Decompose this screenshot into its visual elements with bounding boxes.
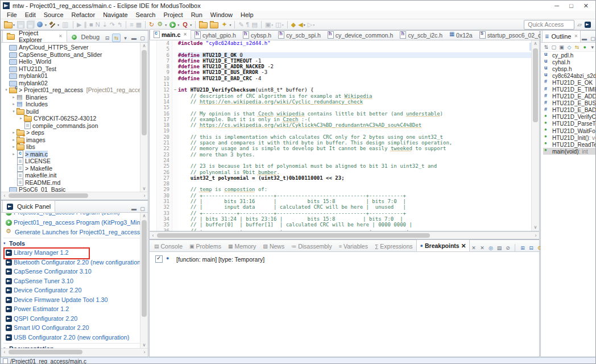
project-explorer-vertical-scrollbar[interactable]: ∧ ∨ bbox=[140, 43, 148, 192]
console-tab-console[interactable]: ▤Console bbox=[151, 241, 186, 251]
code-text[interactable]: // memory usage and is simple to develop… bbox=[178, 146, 532, 151]
scroll-right-icon[interactable]: › bbox=[532, 232, 539, 239]
breakpoint-checkbox[interactable] bbox=[155, 255, 163, 263]
menu-refactor[interactable]: Refactor bbox=[68, 11, 100, 18]
scroll-up-icon[interactable]: ∧ bbox=[140, 43, 148, 49]
quick-panel-item-power-estimator-1-2[interactable]: Power Estimator 1.2 bbox=[3, 304, 140, 314]
tree-item-main-c[interactable]: ▸> main.c bbox=[1, 151, 140, 158]
step-into-icon[interactable]: ⇣ bbox=[102, 20, 108, 30]
code-line[interactable]: 35 // | buffer[0] | buffer[1] | calculat… bbox=[150, 222, 532, 228]
tree-item-cy8ckit-062s2-43012[interactable]: ▸CY8CKIT-062S2-43012 bbox=[1, 115, 140, 122]
expand-arrow-icon[interactable]: ▸ bbox=[11, 130, 16, 135]
code-line[interactable]: 6#define HTU21D_E_OK 0 bbox=[150, 52, 532, 58]
outline-item-htu21d-e-bad-cr[interactable]: HTU21D_E_BAD_CR bbox=[543, 107, 596, 114]
go-to-file-for-breakpoint-icon[interactable]: ▤ bbox=[495, 244, 503, 251]
suspend-icon[interactable]: ∥ bbox=[84, 20, 88, 30]
code-line[interactable]: 11 bbox=[150, 81, 532, 87]
tree-item-anycloud-https-server[interactable]: AnyCloud_HTTPS_Server bbox=[1, 44, 140, 51]
menu-help[interactable]: Help bbox=[237, 11, 258, 18]
outline-item-main-void-int[interactable]: main(void) : int bbox=[543, 148, 596, 155]
code-text[interactable]: // | bits 31:16 | bits 15:8 | bits 7:0 | bbox=[178, 198, 532, 204]
maximize-icon[interactable]: ▢ bbox=[139, 34, 146, 42]
code-text[interactable]: // | bits 31:24 | bits 23:16 | bits 15:8… bbox=[178, 216, 532, 222]
console-tab-problems[interactable]: ▣Problems bbox=[186, 241, 225, 251]
view-menu-icon[interactable]: ▾ bbox=[122, 34, 129, 42]
outline-item-htu21d-parsetemp[interactable]: HTU21D_ParseTemp bbox=[543, 121, 596, 127]
open-perspective-icon[interactable]: ▱ bbox=[577, 22, 582, 28]
code-line[interactable]: 4#include "cy8c624abzi_s2d44.h" bbox=[150, 40, 532, 46]
expand-arrow-icon[interactable]: ▾ bbox=[11, 109, 16, 114]
editor-tab-main-c[interactable]: main.c✕ bbox=[150, 29, 191, 40]
code-line[interactable]: 29 // temp is compostion of: bbox=[150, 187, 532, 192]
code-text[interactable]: int HTU21D_VerifyChecksum(uint8_t* buffe… bbox=[178, 87, 532, 93]
editor-tab-cybsp-h[interactable]: cybsp.h bbox=[239, 30, 275, 40]
tab-debug[interactable]: Debug bbox=[67, 31, 104, 42]
code-line[interactable]: 18 // https://cs.wikipedia.org/wiki/Cykl… bbox=[150, 122, 532, 128]
close-icon[interactable]: ✕ bbox=[183, 32, 187, 37]
scroll-left-icon[interactable]: ‹ bbox=[150, 232, 156, 239]
link-with-editor-icon[interactable]: ⇆ bbox=[573, 43, 581, 51]
menu-edit[interactable]: Edit bbox=[21, 11, 40, 18]
annotate-icon[interactable]: ✎ bbox=[238, 20, 244, 30]
code-line[interactable]: 14 // https://en.wikipedia.org/wiki/Cycl… bbox=[150, 99, 532, 105]
instruction-stepping-icon[interactable]: ≡ bbox=[129, 20, 134, 30]
code-line[interactable]: 34 // | bits 31:24 | bits 23:16 | bits 1… bbox=[150, 216, 532, 222]
editor-tab-cy-device-common-h[interactable]: cy_device_common.h bbox=[324, 30, 397, 40]
code-text[interactable]: // example. But it is only in Czech :-( bbox=[178, 117, 532, 122]
outline-item-htu21d-e-timeou[interactable]: HTU21D_E_TIMEOU bbox=[543, 86, 596, 93]
code-line[interactable]: 30 // +-----------------------+---------… bbox=[150, 193, 532, 198]
resume-icon[interactable]: ▶ bbox=[76, 20, 82, 30]
code-text[interactable] bbox=[178, 158, 532, 163]
memory-monitor-icon[interactable]: ▦ bbox=[135, 20, 142, 30]
code-text[interactable]: // 23 is because 1st bit of polynomial m… bbox=[178, 163, 532, 169]
scroll-right-icon[interactable]: › bbox=[141, 349, 148, 357]
editor-tab-cyhal-gpio-h[interactable]: cyhal_gpio.h bbox=[191, 30, 239, 40]
scroll-up-icon[interactable]: ∧ bbox=[532, 40, 539, 47]
code-editor[interactable]: 4#include "cy8c624abzi_s2d44.h"56#define… bbox=[149, 40, 540, 231]
new-console-icon[interactable] bbox=[61, 20, 70, 30]
minimize-view-icon[interactable]: ▬ bbox=[130, 205, 138, 212]
code-text[interactable]: #define HTU21D_E_TIMEOUT -1 bbox=[178, 58, 532, 64]
console-tab-expressions[interactable]: ∑Expressions bbox=[371, 241, 416, 251]
outline-item-cyhal-h[interactable]: cyhal.h bbox=[543, 59, 596, 65]
code-text[interactable]: // space and compares it with third byte… bbox=[178, 140, 532, 146]
last-edit-location-icon[interactable]: ◆ bbox=[291, 20, 296, 30]
scroll-thumb[interactable] bbox=[142, 50, 147, 135]
maximize-icon[interactable]: ▢ bbox=[589, 35, 596, 42]
hide-static-members-icon[interactable]: ▣ bbox=[558, 43, 565, 51]
code-text[interactable] bbox=[178, 46, 532, 52]
code-line[interactable]: 16 // My opinion is that Czech wikipedia… bbox=[150, 111, 532, 117]
editor-tab-cy-scb-spi-h[interactable]: cy_scb_spi.h bbox=[275, 30, 324, 40]
tree-item-libs[interactable]: ▸libs bbox=[1, 143, 140, 151]
tree-item-includes[interactable]: ▸Includes bbox=[1, 101, 140, 108]
code-line[interactable]: 26 // polynomial is 9bit bumber. bbox=[150, 169, 532, 175]
scroll-thumb[interactable] bbox=[142, 220, 147, 317]
minimize-icon[interactable]: ▬ bbox=[130, 34, 138, 42]
refresh-icon[interactable]: ↻ bbox=[148, 20, 155, 30]
code-text[interactable]: // temp is compostion of: bbox=[178, 187, 532, 192]
code-line[interactable]: 7#define HTU21D_E_TIMEOUT -1 bbox=[150, 58, 532, 64]
breakpoint-row[interactable]: [function: main] [type: Temporary] bbox=[150, 252, 539, 263]
code-text[interactable]: // | input data | calculated CRC will be… bbox=[178, 204, 532, 210]
scroll-down-icon[interactable]: ∨ bbox=[532, 224, 539, 231]
code-text[interactable]: #define HTU21D_E_ADDR_NACKED -2 bbox=[178, 64, 532, 69]
outline-item-htu21d-e-addr-n[interactable]: HTU21D_E_ADDR_N bbox=[543, 93, 596, 100]
code-line[interactable]: 8#define HTU21D_E_ADDR_NACKED -2 bbox=[150, 64, 532, 69]
code-line[interactable]: 22 // memory usage and is simple to deve… bbox=[150, 146, 532, 151]
code-text[interactable]: // +-----------+-----------+------------… bbox=[178, 210, 532, 216]
tab-project-explorer[interactable]: Project Explorer ✕ bbox=[2, 30, 67, 42]
code-content[interactable]: 4#include "cy8c624abzi_s2d44.h"56#define… bbox=[150, 40, 532, 231]
menu-window[interactable]: Window bbox=[206, 11, 237, 18]
hide-fields-icon[interactable]: ▢ bbox=[551, 43, 558, 51]
scroll-thumb[interactable] bbox=[533, 48, 538, 122]
code-line[interactable]: 5 bbox=[150, 46, 532, 52]
editor-tab-0x12a[interactable]: 0x12a bbox=[446, 30, 476, 40]
code-text[interactable]: // +-----------------------+------------… bbox=[178, 193, 532, 198]
tree-item-myblank02[interactable]: myblank02 bbox=[1, 80, 140, 87]
code-text[interactable]: // | buffer[0] | buffer[1] | calculated … bbox=[178, 222, 532, 228]
collapse-all-icon[interactable]: ⊟ bbox=[527, 244, 535, 251]
menu-search[interactable]: Search bbox=[132, 11, 160, 18]
tree-item-makefile-init[interactable]: makefile.init bbox=[1, 172, 140, 179]
expand-arrow-icon[interactable]: ▸ bbox=[11, 102, 16, 106]
tree-item-capsense-buttons-and-slider[interactable]: CapSense_Buttons_and_Slider bbox=[1, 51, 140, 59]
